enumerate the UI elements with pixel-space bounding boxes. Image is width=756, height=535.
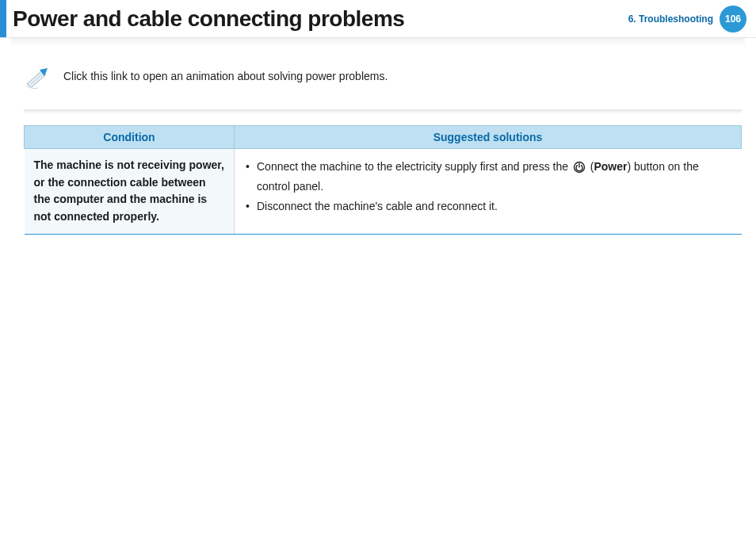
page-number: 106 <box>725 13 741 25</box>
list-item: Disconnect the machine's cable and recon… <box>244 197 732 216</box>
content-area: Click this link to open an animation abo… <box>0 46 756 235</box>
section-divider <box>24 109 742 114</box>
list-item: Connect the machine to the electricity s… <box>244 157 732 197</box>
header-accent <box>0 0 6 37</box>
header-shadow <box>11 38 745 46</box>
page-number-badge: 106 <box>720 6 746 32</box>
col-header-solutions: Suggested solutions <box>235 126 742 149</box>
troubleshooting-table: Condition Suggested solutions The machin… <box>24 125 742 235</box>
power-icon <box>573 161 586 174</box>
page-header: Power and cable connecting problems 6. T… <box>0 0 756 38</box>
solution-text: Connect the machine to the electricity s… <box>257 160 571 173</box>
note-icon <box>24 67 51 90</box>
note-link[interactable]: Click this link to open an animation abo… <box>63 67 388 82</box>
cell-solutions: Connect the machine to the electricity s… <box>235 149 742 235</box>
table-row: The machine is not receiving power, or t… <box>25 149 742 235</box>
page-title: Power and cable connecting problems <box>13 6 628 32</box>
note-row: Click this link to open an animation abo… <box>24 67 742 90</box>
solution-text: Disconnect the machine's cable and recon… <box>257 200 498 212</box>
col-header-condition: Condition <box>25 126 235 149</box>
cell-condition: The machine is not receiving power, or t… <box>25 149 235 235</box>
breadcrumb-section[interactable]: 6. Troubleshooting <box>628 13 713 25</box>
power-label: Power <box>594 160 627 173</box>
